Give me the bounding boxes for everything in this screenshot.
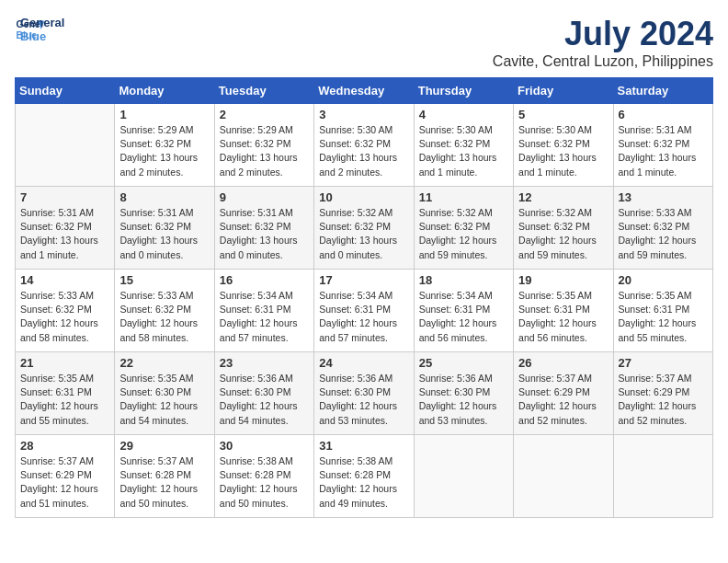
calendar-cell: 11Sunrise: 5:32 AMSunset: 6:32 PMDayligh… — [414, 187, 513, 270]
day-info: Sunrise: 5:29 AMSunset: 6:32 PMDaylight:… — [220, 123, 309, 179]
day-info: Sunrise: 5:30 AMSunset: 6:32 PMDaylight:… — [518, 123, 608, 179]
calendar-cell: 4Sunrise: 5:30 AMSunset: 6:32 PMDaylight… — [414, 104, 513, 187]
calendar-cell: 3Sunrise: 5:30 AMSunset: 6:32 PMDaylight… — [314, 104, 414, 187]
day-info: Sunrise: 5:35 AMSunset: 6:31 PMDaylight:… — [518, 289, 608, 345]
day-info: Sunrise: 5:37 AMSunset: 6:29 PMDaylight:… — [619, 372, 708, 428]
day-info: Sunrise: 5:36 AMSunset: 6:30 PMDaylight:… — [419, 372, 508, 428]
calendar-cell: 1Sunrise: 5:29 AMSunset: 6:32 PMDaylight… — [115, 104, 214, 187]
day-info: Sunrise: 5:38 AMSunset: 6:28 PMDaylight:… — [319, 454, 408, 511]
calendar-header: SundayMondayTuesdayWednesdayThursdayFrid… — [16, 78, 713, 104]
header-cell-monday: Monday — [115, 78, 214, 104]
day-info: Sunrise: 5:36 AMSunset: 6:30 PMDaylight:… — [220, 372, 309, 428]
day-info: Sunrise: 5:34 AMSunset: 6:31 PMDaylight:… — [319, 289, 408, 345]
day-number: 2 — [220, 108, 309, 121]
day-info: Sunrise: 5:34 AMSunset: 6:31 PMDaylight:… — [220, 289, 309, 345]
day-number: 20 — [619, 273, 708, 287]
day-number: 25 — [419, 356, 508, 370]
day-number: 19 — [518, 273, 608, 287]
day-info: Sunrise: 5:36 AMSunset: 6:30 PMDaylight:… — [319, 372, 408, 428]
day-number: 8 — [119, 190, 209, 204]
day-info: Sunrise: 5:35 AMSunset: 6:31 PMDaylight:… — [619, 289, 708, 345]
calendar-cell — [514, 435, 613, 518]
calendar-cell: 18Sunrise: 5:34 AMSunset: 6:31 PMDayligh… — [414, 270, 513, 352]
calendar-cell: 10Sunrise: 5:32 AMSunset: 6:32 PMDayligh… — [314, 187, 414, 270]
calendar-cell: 6Sunrise: 5:31 AMSunset: 6:32 PMDaylight… — [613, 104, 712, 187]
day-number: 7 — [20, 190, 109, 204]
day-info: Sunrise: 5:37 AMSunset: 6:28 PMDaylight:… — [119, 454, 209, 511]
calendar-cell: 31Sunrise: 5:38 AMSunset: 6:28 PMDayligh… — [314, 435, 414, 518]
calendar-cell: 22Sunrise: 5:35 AMSunset: 6:30 PMDayligh… — [115, 352, 214, 435]
day-number: 23 — [220, 356, 309, 370]
day-number: 18 — [419, 273, 508, 287]
day-info: Sunrise: 5:34 AMSunset: 6:31 PMDaylight:… — [419, 289, 508, 345]
day-info: Sunrise: 5:30 AMSunset: 6:32 PMDaylight:… — [319, 123, 408, 179]
header-cell-thursday: Thursday — [414, 78, 513, 104]
day-number: 30 — [220, 439, 309, 453]
day-info: Sunrise: 5:31 AMSunset: 6:32 PMDaylight:… — [619, 123, 708, 179]
day-number: 4 — [419, 108, 508, 121]
day-number: 10 — [319, 190, 408, 204]
header-cell-saturday: Saturday — [613, 78, 712, 104]
title-area: July 2024 Cavite, Central Luzon, Philipp… — [493, 15, 713, 70]
day-number: 24 — [319, 356, 408, 370]
day-number: 28 — [20, 439, 109, 453]
day-info: Sunrise: 5:30 AMSunset: 6:32 PMDaylight:… — [419, 123, 508, 179]
week-row-1: 1Sunrise: 5:29 AMSunset: 6:32 PMDaylight… — [16, 104, 713, 187]
calendar-cell: 13Sunrise: 5:33 AMSunset: 6:32 PMDayligh… — [613, 187, 712, 270]
day-info: Sunrise: 5:33 AMSunset: 6:32 PMDaylight:… — [619, 206, 708, 262]
logo: General Blue General Blue — [15, 15, 64, 44]
day-info: Sunrise: 5:35 AMSunset: 6:30 PMDaylight:… — [119, 372, 209, 428]
day-number: 1 — [119, 108, 209, 121]
day-info: Sunrise: 5:32 AMSunset: 6:32 PMDaylight:… — [319, 206, 408, 262]
header-cell-tuesday: Tuesday — [214, 78, 313, 104]
day-number: 27 — [619, 356, 708, 370]
day-number: 17 — [319, 273, 408, 287]
day-number: 9 — [220, 190, 309, 204]
day-number: 26 — [518, 356, 608, 370]
calendar-cell: 14Sunrise: 5:33 AMSunset: 6:32 PMDayligh… — [16, 270, 115, 352]
calendar-cell: 24Sunrise: 5:36 AMSunset: 6:30 PMDayligh… — [314, 352, 414, 435]
calendar-cell: 17Sunrise: 5:34 AMSunset: 6:31 PMDayligh… — [314, 270, 414, 352]
header-cell-sunday: Sunday — [16, 78, 115, 104]
week-row-3: 14Sunrise: 5:33 AMSunset: 6:32 PMDayligh… — [16, 270, 713, 352]
calendar-subtitle: Cavite, Central Luzon, Philippines — [493, 53, 713, 70]
calendar-cell — [16, 104, 115, 187]
calendar-cell: 26Sunrise: 5:37 AMSunset: 6:29 PMDayligh… — [514, 352, 613, 435]
calendar-cell: 28Sunrise: 5:37 AMSunset: 6:29 PMDayligh… — [16, 435, 115, 518]
day-number: 16 — [220, 273, 309, 287]
day-number: 11 — [419, 190, 508, 204]
calendar-cell: 9Sunrise: 5:31 AMSunset: 6:32 PMDaylight… — [214, 187, 313, 270]
day-info: Sunrise: 5:33 AMSunset: 6:32 PMDaylight:… — [119, 289, 209, 345]
calendar-title: July 2024 — [493, 15, 713, 53]
day-info: Sunrise: 5:37 AMSunset: 6:29 PMDaylight:… — [518, 372, 608, 428]
day-number: 3 — [319, 108, 408, 121]
day-info: Sunrise: 5:38 AMSunset: 6:28 PMDaylight:… — [220, 454, 309, 511]
calendar-table: SundayMondayTuesdayWednesdayThursdayFrid… — [15, 77, 713, 518]
day-number: 31 — [319, 439, 408, 453]
calendar-cell: 20Sunrise: 5:35 AMSunset: 6:31 PMDayligh… — [613, 270, 712, 352]
logo-blue: Blue — [20, 29, 64, 43]
week-row-4: 21Sunrise: 5:35 AMSunset: 6:31 PMDayligh… — [16, 352, 713, 435]
day-info: Sunrise: 5:29 AMSunset: 6:32 PMDaylight:… — [119, 123, 209, 179]
calendar-cell: 12Sunrise: 5:32 AMSunset: 6:32 PMDayligh… — [514, 187, 613, 270]
calendar-cell: 16Sunrise: 5:34 AMSunset: 6:31 PMDayligh… — [214, 270, 313, 352]
header-cell-friday: Friday — [514, 78, 613, 104]
calendar-cell: 30Sunrise: 5:38 AMSunset: 6:28 PMDayligh… — [214, 435, 313, 518]
calendar-cell — [613, 435, 712, 518]
calendar-cell: 5Sunrise: 5:30 AMSunset: 6:32 PMDaylight… — [514, 104, 613, 187]
header: General Blue General Blue July 2024 Cavi… — [15, 15, 713, 70]
calendar-cell: 23Sunrise: 5:36 AMSunset: 6:30 PMDayligh… — [214, 352, 313, 435]
week-row-5: 28Sunrise: 5:37 AMSunset: 6:29 PMDayligh… — [16, 435, 713, 518]
day-number: 13 — [619, 190, 708, 204]
calendar-cell: 15Sunrise: 5:33 AMSunset: 6:32 PMDayligh… — [115, 270, 214, 352]
day-info: Sunrise: 5:35 AMSunset: 6:31 PMDaylight:… — [20, 372, 109, 428]
calendar-cell: 25Sunrise: 5:36 AMSunset: 6:30 PMDayligh… — [414, 352, 513, 435]
day-info: Sunrise: 5:32 AMSunset: 6:32 PMDaylight:… — [518, 206, 608, 262]
header-row: SundayMondayTuesdayWednesdayThursdayFrid… — [16, 78, 713, 104]
calendar-cell: 7Sunrise: 5:31 AMSunset: 6:32 PMDaylight… — [16, 187, 115, 270]
calendar-cell — [414, 435, 513, 518]
calendar-cell: 29Sunrise: 5:37 AMSunset: 6:28 PMDayligh… — [115, 435, 214, 518]
day-number: 15 — [119, 273, 209, 287]
calendar-cell: 2Sunrise: 5:29 AMSunset: 6:32 PMDaylight… — [214, 104, 313, 187]
day-number: 5 — [518, 108, 608, 121]
